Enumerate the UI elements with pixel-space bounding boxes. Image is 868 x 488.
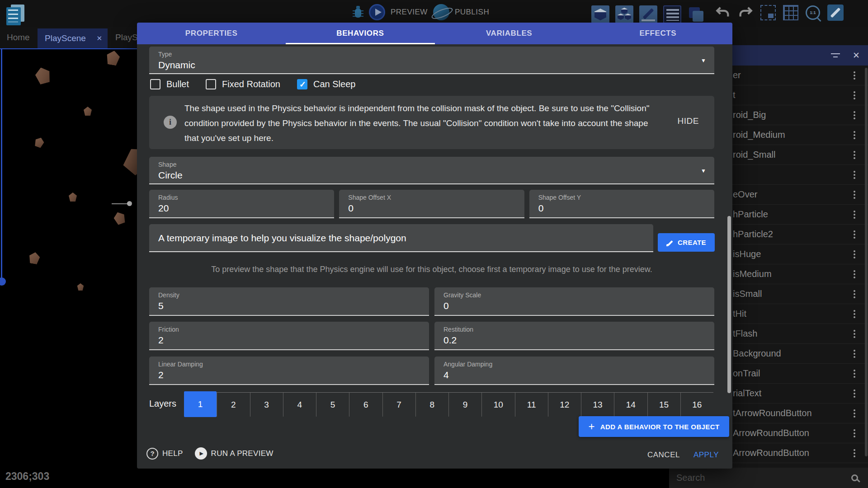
grid-icon[interactable] [783,5,798,20]
row-menu-icon[interactable] [854,194,855,196]
row-menu-icon[interactable] [854,333,855,335]
close-panel-icon[interactable]: ✕ [853,51,860,60]
debugger-icon[interactable] [353,5,363,19]
run-preview-button[interactable]: ▶ RUN A PREVIEW [195,447,274,460]
tab-playscene-label: PlayScene [45,33,96,43]
preview-button[interactable]: PREVIEW [391,8,428,17]
objects-cube-icon[interactable] [591,5,609,23]
tab-variables[interactable]: VARIABLES [435,23,584,44]
close-tab-icon[interactable]: ✕ [96,34,102,42]
events-list-icon[interactable] [663,5,681,23]
bullet-checkbox[interactable] [150,79,160,89]
layer-button-12[interactable]: 12 [548,393,581,417]
temporary-image-field[interactable]: A temporary image to help you visualize … [149,224,653,252]
layer-button-5[interactable]: 5 [316,393,349,417]
row-menu-icon[interactable] [854,432,855,434]
zoom-one-to-one-icon[interactable]: 1:1 [806,5,820,20]
row-menu-icon[interactable] [854,373,855,375]
layer-button-11[interactable]: 11 [515,393,548,417]
row-menu-icon[interactable] [854,214,855,216]
layer-button-2[interactable]: 2 [217,393,250,417]
row-menu-icon[interactable] [854,413,855,414]
row-menu-icon[interactable] [854,174,855,176]
row-menu-icon[interactable] [854,293,855,295]
tab-playscene[interactable]: PlayScene ✕ [38,28,108,48]
edit-pencil-icon[interactable] [639,5,657,23]
layer-button-13[interactable]: 13 [581,393,614,417]
tab-behaviors[interactable]: BEHAVIORS [286,23,434,44]
row-menu-icon[interactable] [854,94,855,96]
type-select[interactable]: Type Dynamic ▼ [149,47,714,74]
layer-button-7[interactable]: 7 [382,393,415,417]
row-menu-icon[interactable] [854,114,855,116]
layer-button-10[interactable]: 10 [481,393,514,417]
layer-button-16[interactable]: 16 [680,393,713,417]
layer-button-15[interactable]: 15 [647,393,680,417]
brush-icon [666,239,674,246]
panel-scrollbar[interactable] [865,68,868,456]
toolbar-scene-icons [591,5,705,23]
row-menu-icon[interactable] [854,134,855,136]
row-menu-icon[interactable] [854,273,855,275]
edit-mode-icon[interactable] [827,5,844,21]
redo-icon[interactable] [738,5,753,20]
measure-handle[interactable] [127,201,132,206]
filter-icon[interactable] [831,53,840,58]
undo-icon[interactable] [715,5,731,20]
tab-home[interactable]: Home [7,33,30,42]
layer-button-1[interactable]: 1 [184,391,217,417]
cancel-button[interactable]: CANCEL [647,450,680,460]
angular-damping-value: 4 [443,370,449,380]
help-button[interactable]: ? HELP [146,448,183,460]
create-button[interactable]: CREATE [658,233,715,252]
publish-icon[interactable] [433,4,449,20]
fixed-rotation-option[interactable]: Fixed Rotation [206,79,280,89]
layer-button-8[interactable]: 8 [415,393,448,417]
tab-effects[interactable]: EFFECTS [584,23,732,44]
restitution-field[interactable]: Restitution 0.2 [434,322,714,350]
linear-damping-field[interactable]: Linear Damping 2 [149,357,429,385]
shape-select[interactable]: Shape Circle ▼ [149,157,714,184]
row-menu-icon[interactable] [854,253,855,255]
shape-offset-x-field[interactable]: Shape Offset X 0 [339,190,524,218]
row-menu-icon[interactable] [854,452,855,454]
layer-button-6[interactable]: 6 [349,393,382,417]
layer-button-4[interactable]: 4 [283,393,316,417]
tab-playscene2[interactable]: PlayS [115,33,138,42]
friction-field[interactable]: Friction 2 [149,322,429,350]
layers-stack-icon[interactable] [687,5,705,23]
row-menu-icon[interactable] [854,353,855,355]
radius-field[interactable]: Radius 20 [149,190,334,218]
apply-button[interactable]: APPLY [693,450,719,460]
search-input[interactable] [669,472,851,483]
fixed-rotation-checkbox[interactable] [206,79,216,89]
row-menu-icon[interactable] [854,393,855,394]
dialog-footer-left: ? HELP ▶ RUN A PREVIEW [146,447,274,460]
row-menu-icon[interactable] [854,154,855,156]
layer-button-3[interactable]: 3 [250,393,283,417]
row-menu-icon[interactable] [854,313,855,315]
density-field[interactable]: Density 5 [149,287,429,316]
row-menu-icon[interactable] [854,75,855,76]
temporary-image-value: A temporary image to help you visualize … [158,233,406,244]
publish-button[interactable]: PUBLISH [455,8,489,17]
dialog-scrollbar[interactable] [727,216,731,393]
offset-y-value: 0 [538,203,544,214]
angular-damping-field[interactable]: Angular Damping 4 [434,357,714,385]
tab-properties[interactable]: PROPERTIES [137,23,286,44]
bullet-option[interactable]: Bullet [150,79,189,89]
layer-button-14[interactable]: 14 [614,393,647,417]
project-manager-icon[interactable] [5,4,26,25]
capture-selection-icon[interactable] [760,5,776,20]
shape-offset-y-field[interactable]: Shape Offset Y 0 [529,190,714,218]
hide-button[interactable]: HIDE [678,116,699,126]
layer-button-9[interactable]: 9 [448,393,481,417]
can-sleep-checkbox[interactable] [297,79,307,89]
gravity-scale-field[interactable]: Gravity Scale 0 [434,287,714,316]
row-menu-icon[interactable] [854,234,855,235]
add-behavior-button[interactable]: + ADD A BEHAVIOR TO THE OBJECT [579,416,729,437]
can-sleep-option[interactable]: Can Sleep [297,79,355,89]
instances-cubes-icon[interactable] [615,5,633,23]
physics-flags-row: Bullet Fixed Rotation Can Sleep [150,78,372,90]
preview-icon[interactable] [369,4,385,20]
